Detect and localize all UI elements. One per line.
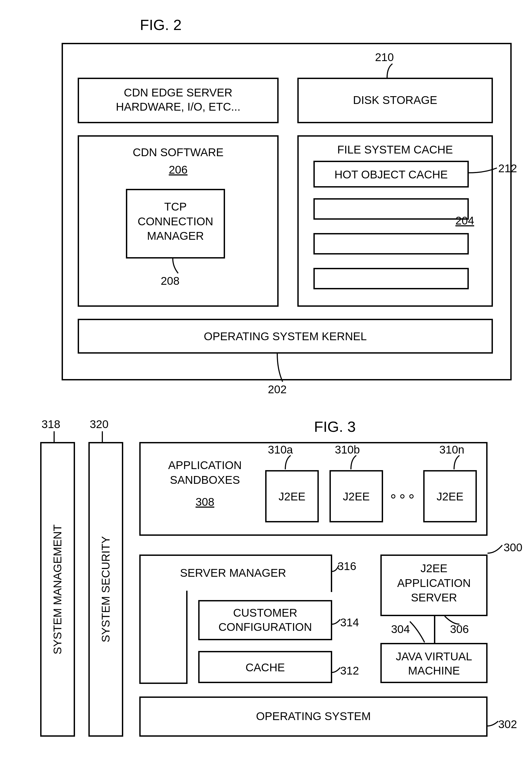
label-j2ee-n: J2EE [423,490,477,503]
label-cdn-edge-hardware: CDN EDGE SERVER HARDWARE, I/O, ETC... [78,86,279,114]
box-cache-row-1 [313,198,469,220]
label-tcp: TCP CONNECTION MANAGER [126,199,225,243]
ref-212: 212 [498,162,517,175]
label-system-security: SYSTEM SECURITY [94,450,117,729]
label-application-sandboxes: APPLICATION SANDBOXES [150,458,260,487]
label-operating-system: OPERATING SYSTEM [139,710,487,723]
ref-310n: 310n [439,443,464,456]
box-cache-row-3 [313,268,469,289]
ref-302: 302 [498,718,517,731]
ref-304: 304 [391,623,410,636]
ref-318: 318 [42,418,60,431]
label-disk-storage: DISK STORAGE [297,94,493,107]
ref-208: 208 [161,275,179,288]
label-j2ee-app-server: J2EE APPLICATION SERVER [380,561,487,605]
fig2-title: FIG. 2 [67,16,254,34]
ref-320: 320 [90,418,109,431]
ref-308: 308 [150,495,260,508]
ref-300: 300 [504,541,522,554]
label-j2ee-b: J2EE [330,490,383,503]
label-jvm: JAVA VIRTUAL MACHINE [380,650,487,678]
label-customer-configuration: CUSTOMER CONFIGURATION [198,606,332,634]
label-server-manager: SERVER MANAGER [150,566,316,580]
ref-206: 206 [78,163,279,176]
label-j2ee-a: J2EE [265,490,319,503]
ref-316: 316 [338,560,356,573]
label-os-kernel: OPERATING SYSTEM KERNEL [78,330,493,343]
ref-312: 312 [340,664,359,677]
label-file-system-cache: FILE SYSTEM CACHE [297,143,493,156]
label-cdn-software: CDN SOFTWARE [78,146,279,159]
label-system-management: SYSTEM MANAGEMENT [46,450,69,729]
ref-202: 202 [268,383,287,396]
ref-310a: 310a [268,443,293,456]
fig3-title: FIG. 3 [254,418,415,435]
box-cache-row-2 [313,233,469,254]
label-hot-object-cache: HOT OBJECT CACHE [313,168,469,181]
ref-314: 314 [340,616,359,629]
ellipsis-icon [391,494,414,498]
ref-210: 210 [375,51,394,64]
ref-204: 204 [455,214,474,227]
ref-310b: 310b [335,443,360,456]
box-server-manager-side [139,591,187,684]
label-cache: CACHE [198,661,332,674]
